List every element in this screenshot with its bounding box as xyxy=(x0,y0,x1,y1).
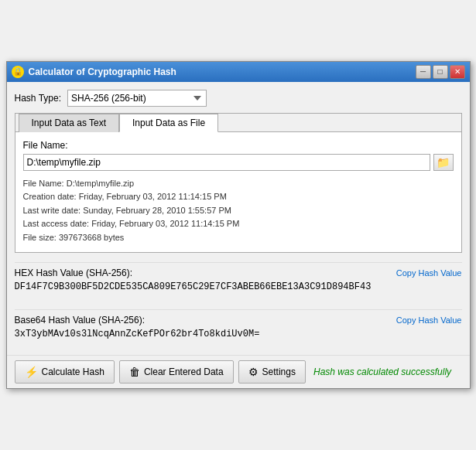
file-name-row: 📁 xyxy=(23,154,454,171)
window-controls: ─ □ ✕ xyxy=(416,65,465,79)
hex-hash-label: HEX Hash Value (SHA-256): xyxy=(15,268,133,278)
success-message: Hash was calculated successfully xyxy=(313,366,451,377)
tabs-container: Input Data as Text Input Data as File Fi… xyxy=(15,113,462,254)
gear-icon: ⚙ xyxy=(248,366,259,378)
folder-icon: 📁 xyxy=(437,156,450,169)
base64-hash-header: Base64 Hash Value (SHA-256): Copy Hash V… xyxy=(15,315,462,326)
base64-hash-section: Base64 Hash Value (SHA-256): Copy Hash V… xyxy=(15,309,462,347)
file-name-label: File Name: xyxy=(23,140,454,151)
file-path-input[interactable] xyxy=(23,154,430,171)
app-icon: 🔒 xyxy=(12,66,24,78)
clear-icon: 🗑 xyxy=(129,366,140,378)
main-window: 🔒 Calculator of Cryptographic Hash ─ □ ✕… xyxy=(6,61,471,390)
tab-file-content: File Name: 📁 File Name: D:\temp\myfile.z… xyxy=(15,132,461,253)
close-button[interactable]: ✕ xyxy=(450,65,465,79)
hash-type-row: Hash Type: SHA-256 (256-bit) MD5 (128-bi… xyxy=(15,90,462,107)
clear-data-button[interactable]: 🗑 Clear Entered Data xyxy=(119,360,234,384)
base64-hash-label: Base64 Hash Value (SHA-256): xyxy=(15,315,146,326)
tabs-header: Input Data as Text Input Data as File xyxy=(15,114,461,132)
hex-hash-value: DF14F7C9B300BF5D2CDE535CA809E765C29E7CF3… xyxy=(15,281,462,295)
file-info-text: File Name: D:\temp\myfile.zipCreation da… xyxy=(23,179,240,242)
calculate-hash-button[interactable]: ⚡ Calculate Hash xyxy=(15,360,115,384)
clear-label: Clear Entered Data xyxy=(144,366,224,377)
app-icon-symbol: 🔒 xyxy=(13,67,22,76)
window-title: Calculator of Cryptographic Hash xyxy=(29,66,411,77)
browse-button[interactable]: 📁 xyxy=(433,154,454,171)
minimize-button[interactable]: ─ xyxy=(416,65,431,79)
settings-button[interactable]: ⚙ Settings xyxy=(238,360,306,384)
footer: ⚡ Calculate Hash 🗑 Clear Entered Data ⚙ … xyxy=(7,355,470,388)
hash-type-select[interactable]: SHA-256 (256-bit) MD5 (128-bit) SHA-1 (1… xyxy=(67,90,207,107)
hex-hash-header: HEX Hash Value (SHA-256): Copy Hash Valu… xyxy=(15,268,462,278)
title-bar: 🔒 Calculator of Cryptographic Hash ─ □ ✕ xyxy=(7,62,470,82)
hash-type-label: Hash Type: xyxy=(15,93,61,104)
copy-base64-hash-button[interactable]: Copy Hash Value xyxy=(396,315,462,325)
tab-input-file[interactable]: Input Data as File xyxy=(119,114,218,132)
file-info: File Name: D:\temp\myfile.zipCreation da… xyxy=(23,177,454,245)
base64-hash-value: 3xT3ybMAv10s3lNcqAnnZcKefPOr62br4To8kdiU… xyxy=(15,329,462,343)
copy-hex-hash-button[interactable]: Copy Hash Value xyxy=(396,268,462,278)
hex-hash-section: HEX Hash Value (SHA-256): Copy Hash Valu… xyxy=(15,262,462,300)
calculate-label: Calculate Hash xyxy=(42,366,104,377)
main-content: Hash Type: SHA-256 (256-bit) MD5 (128-bi… xyxy=(7,82,470,356)
settings-label: Settings xyxy=(262,366,296,377)
tab-input-text[interactable]: Input Data as Text xyxy=(19,114,120,132)
maximize-button[interactable]: □ xyxy=(433,65,448,79)
lightning-icon: ⚡ xyxy=(25,366,38,378)
